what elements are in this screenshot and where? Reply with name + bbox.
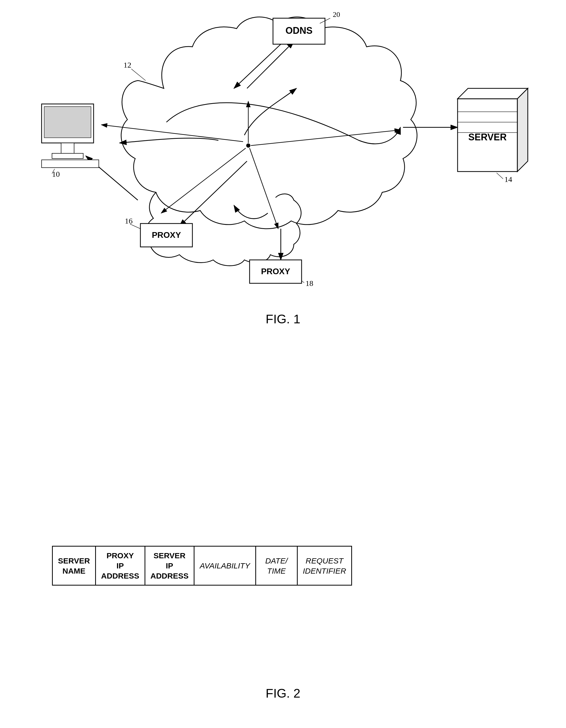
svg-text:20: 20 [333,10,340,18]
svg-text:16: 16 [125,217,133,225]
svg-marker-20 [517,88,528,172]
svg-rect-38 [52,153,83,159]
col-availability: AVAILABILITY [194,546,255,585]
svg-text:18: 18 [306,279,313,287]
col-server-ip: SERVERIP ADDRESS [145,546,194,585]
svg-line-26 [497,173,503,179]
svg-line-30 [130,224,140,229]
svg-line-11 [101,125,243,142]
svg-line-17 [131,69,146,81]
svg-marker-19 [458,88,528,99]
svg-rect-37 [61,143,74,153]
svg-text:10: 10 [52,170,60,178]
svg-line-8 [251,130,400,146]
svg-text:12: 12 [123,61,131,69]
svg-line-1 [234,44,281,88]
col-proxy-ip: PROXYIP ADDRESS [95,546,145,585]
svg-line-2 [179,161,247,226]
svg-text:14: 14 [504,175,512,183]
col-server-name: SERVERNAME [52,546,96,585]
fig1-diagram: ODNS 20 12 SERVER 14 PROXY 16 PROXY 18 [21,10,541,348]
svg-point-42 [246,143,250,148]
svg-text:PROXY: PROXY [261,267,290,276]
svg-line-9 [249,148,278,229]
svg-rect-36 [44,107,91,138]
svg-text:SERVER: SERVER [468,132,506,142]
svg-rect-39 [42,160,99,168]
fig2-table: SERVERNAME PROXYIP ADDRESS SERVERIP ADDR… [52,546,352,586]
fig1-caption: FIG. 1 [0,312,566,326]
col-date-time: DATE/TIME [255,546,297,585]
svg-text:PROXY: PROXY [152,230,181,240]
fig2-caption: FIG. 2 [0,686,566,700]
svg-text:ODNS: ODNS [286,25,313,36]
svg-line-0 [247,42,294,88]
fig1-svg: ODNS 20 12 SERVER 14 PROXY 16 PROXY 18 [21,10,541,322]
col-request-identifier: REQUESTIDENTIFIER [297,546,352,585]
